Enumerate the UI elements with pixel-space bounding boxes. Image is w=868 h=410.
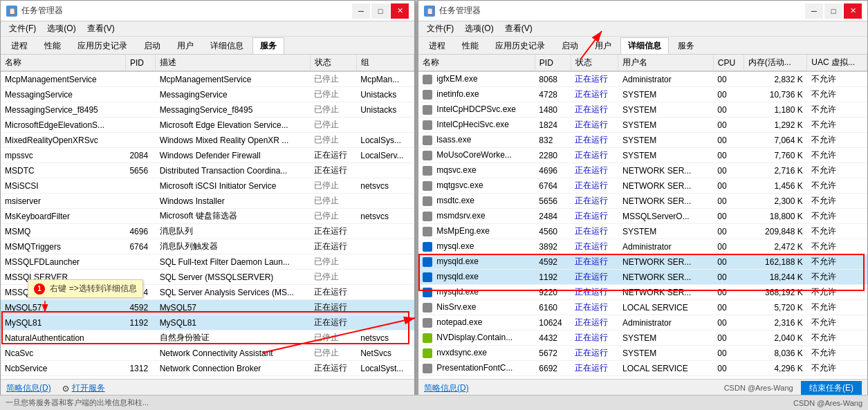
right-table-row[interactable]: MoUsoCoreWorke... 2280 正在运行 SYSTEM 00 7,…: [418, 148, 867, 163]
right-table-row[interactable]: inetinfo.exe 4728 正在运行 SYSTEM 00 10,736 …: [418, 87, 867, 102]
right-table-row[interactable]: MsMpEng.exe 4560 正在运行 SYSTEM 00 209,848 …: [418, 224, 867, 239]
cell-desc: MySQL57: [156, 300, 311, 315]
right-table-row[interactable]: IntelCpHDCPSvc.exe 1480 正在运行 SYSTEM 00 1…: [418, 102, 867, 118]
tab-app-history-right[interactable]: 应用历史记录: [488, 37, 553, 54]
cell-pid: 6764: [535, 178, 571, 194]
tab-process-right[interactable]: 进程: [421, 37, 453, 54]
cell-status: 正在运行: [571, 71, 618, 87]
tab-services-left[interactable]: 服务: [252, 37, 284, 54]
end-task-button[interactable]: 结束任务(E): [801, 381, 862, 396]
left-table-row[interactable]: MixedRealityOpenXRSvc Windows Mixed Real…: [1, 133, 414, 148]
right-table-row[interactable]: NisSrv.exe 6160 正在运行 LOCAL SERVICE 00 5,…: [418, 300, 867, 315]
tab-services-right[interactable]: 服务: [670, 37, 702, 54]
right-maximize-btn[interactable]: □: [824, 3, 842, 19]
right-table-row[interactable]: PresentationFontC... 6692 正在运行 LOCAL SER…: [418, 361, 867, 376]
left-table-row[interactable]: MSMQTriggers 6764 消息队列触发器 正在运行: [1, 239, 414, 254]
left-footer-brief[interactable]: 简略信息(D): [6, 382, 51, 394]
tab-details-right[interactable]: 详细信息: [620, 37, 669, 54]
cell-status: 正在运行: [310, 163, 356, 178]
tab-performance-right[interactable]: 性能: [454, 37, 486, 54]
cell-pid: [125, 178, 155, 194]
right-table-container[interactable]: 名称 PID 状态 用户名 CPU 内存(活动... UAC 虚拟... igf…: [418, 55, 867, 379]
bottom-bar: 一旦您将服务器和客户端的出堆信息和柱... CSDN @Ares-Wang: [0, 395, 868, 410]
right-table-row[interactable]: msdtc.exe 5656 正在运行 NETWORK SER... 00 2,…: [418, 194, 867, 209]
left-table-row[interactable]: MySQL81 1192 MySQL81 正在运行: [1, 315, 414, 330]
left-table-row[interactable]: NcbService 1312 Network Connection Broke…: [1, 361, 414, 376]
cell-proc-name: PresentationFontC...: [418, 361, 535, 376]
right-menu-view[interactable]: 查看(V): [499, 21, 538, 36]
cell-status: 正在运行: [571, 300, 618, 315]
cell-pid: 3892: [535, 239, 571, 254]
left-table-row[interactable]: MicrosoftEdgeElevationS... Microsoft Edg…: [1, 118, 414, 133]
right-minimize-btn[interactable]: ─: [805, 3, 823, 19]
left-table-container[interactable]: 名称 PID 描述 状态 组 McpManagementService McpM…: [1, 55, 414, 379]
right-menu-bar: 文件(F) 选项(O) 查看(V): [418, 21, 867, 37]
cell-status: 已停止: [310, 270, 356, 285]
left-table-row[interactable]: NcaSvc Network Connectivity Assistant 已停…: [1, 346, 414, 361]
right-table-row[interactable]: NVDisplay.Contain... 4432 正在运行 SYSTEM 00…: [418, 330, 867, 346]
cell-uac: 不允许: [807, 194, 867, 209]
left-table-row[interactable]: MsKeyboardFilter Microsoft 键盘筛选器 已停止 net…: [1, 209, 414, 224]
left-table-row[interactable]: MySQL57 4592 MySQL57 正在运行: [1, 300, 414, 315]
right-close-btn[interactable]: ✕: [844, 3, 862, 19]
cell-uac: 不允许: [807, 254, 867, 270]
tab-startup-left[interactable]: 启动: [136, 37, 168, 54]
cell-proc-name: NVDisplay.Contain...: [418, 330, 535, 346]
cell-desc: Distributed Transaction Coordina...: [156, 163, 311, 178]
cell-cpu: 00: [713, 133, 744, 148]
left-table-row[interactable]: McpManagementService McpManagementServic…: [1, 71, 414, 87]
cell-proc-name: igfxEM.exe: [418, 71, 535, 87]
right-menu-options[interactable]: 选项(O): [459, 21, 499, 36]
left-table-row[interactable]: msiserver Windows Installer 已停止: [1, 194, 414, 209]
left-menu-options[interactable]: 选项(O): [41, 21, 81, 36]
left-maximize-btn[interactable]: □: [371, 3, 389, 19]
tab-performance-left[interactable]: 性能: [37, 37, 68, 54]
left-table-row[interactable]: MessagingService MessagingService 已停止 Un…: [1, 87, 414, 102]
right-table-row[interactable]: lsass.exe 832 正在运行 SYSTEM 00 7,064 K 不允许: [418, 133, 867, 148]
left-table-row[interactable]: MSMQ 4696 消息队列 正在运行: [1, 224, 414, 239]
tab-startup-right[interactable]: 启动: [554, 37, 586, 54]
left-table-row[interactable]: MSiSCSI Microsoft iSCSI Initiator Servic…: [1, 178, 414, 194]
left-minimize-btn[interactable]: ─: [352, 3, 370, 19]
cell-pid: [125, 118, 155, 133]
right-table-row[interactable]: mysqld.exe 9220 正在运行 NETWORK SER... 00 3…: [418, 285, 867, 300]
left-table-row[interactable]: MSSQLFDLauncher SQL Full-text Filter Dae…: [1, 254, 414, 270]
right-table-row[interactable]: nvxdsync.exe 5672 正在运行 SYSTEM 00 8,036 K…: [418, 346, 867, 361]
left-footer-open-link[interactable]: 打开服务: [72, 382, 105, 394]
cell-uac: 不允许: [807, 209, 867, 224]
cell-status: 已停止: [310, 209, 356, 224]
right-table-row[interactable]: igfxEM.exe 8068 正在运行 Administrator 00 2,…: [418, 71, 867, 87]
right-footer-brief[interactable]: 简略信息(D): [424, 382, 469, 394]
right-table-row[interactable]: mqtgsvc.exe 6764 正在运行 NETWORK SER... 00 …: [418, 178, 867, 194]
right-table-row[interactable]: mysqld.exe 4592 正在运行 NETWORK SER... 00 1…: [418, 254, 867, 270]
left-table-row[interactable]: mpssvc 2084 Windows Defender Firewall 正在…: [1, 148, 414, 163]
cell-cpu: 00: [713, 148, 744, 163]
right-table-row[interactable]: IntelCpHeciSvc.exe 1824 正在运行 SYSTEM 00 1…: [418, 118, 867, 133]
left-table-row[interactable]: NaturalAuthentication 自然身份验证 已停止 netsvcs: [1, 330, 414, 346]
cell-uac: 不允许: [807, 300, 867, 315]
tab-users-right[interactable]: 用户: [587, 37, 619, 54]
right-menu-file[interactable]: 文件(F): [421, 21, 459, 36]
cell-group: [356, 270, 414, 285]
tab-app-history-left[interactable]: 应用历史记录: [70, 37, 135, 54]
col-uac-right: UAC 虚拟...: [807, 55, 867, 71]
left-menu-view[interactable]: 查看(V): [82, 21, 120, 36]
right-table-row[interactable]: notepad.exe 10624 正在运行 Administrator 00 …: [418, 315, 867, 330]
cell-user: SYSTEM: [618, 330, 713, 346]
tab-users-left[interactable]: 用户: [169, 37, 201, 54]
cell-status: 正在运行: [571, 346, 618, 361]
cell-desc: MessagingService_f8495: [156, 102, 311, 118]
left-table-row[interactable]: MSDTC 5656 Distributed Transaction Coord…: [1, 163, 414, 178]
cell-name: MySQL57: [1, 300, 125, 315]
cell-proc-name: IntelCpHDCPSvc.exe: [418, 102, 535, 118]
cell-uac: 不允许: [807, 315, 867, 330]
right-table-row[interactable]: mysqld.exe 1192 正在运行 NETWORK SER... 00 1…: [418, 270, 867, 285]
right-table-row[interactable]: mysql.exe 3892 正在运行 Administrator 00 2,4…: [418, 239, 867, 254]
tab-process-left[interactable]: 进程: [3, 37, 35, 54]
right-table-row[interactable]: msmdsrv.exe 2484 正在运行 MSSQLServerO... 00…: [418, 209, 867, 224]
left-close-btn[interactable]: ✕: [391, 3, 409, 19]
tab-details-left[interactable]: 详细信息: [203, 37, 251, 54]
right-table-row[interactable]: mqsvc.exe 4696 正在运行 NETWORK SER... 00 2,…: [418, 163, 867, 178]
left-table-row[interactable]: MessagingService_f8495 MessagingService_…: [1, 102, 414, 118]
left-menu-file[interactable]: 文件(F): [3, 21, 41, 36]
